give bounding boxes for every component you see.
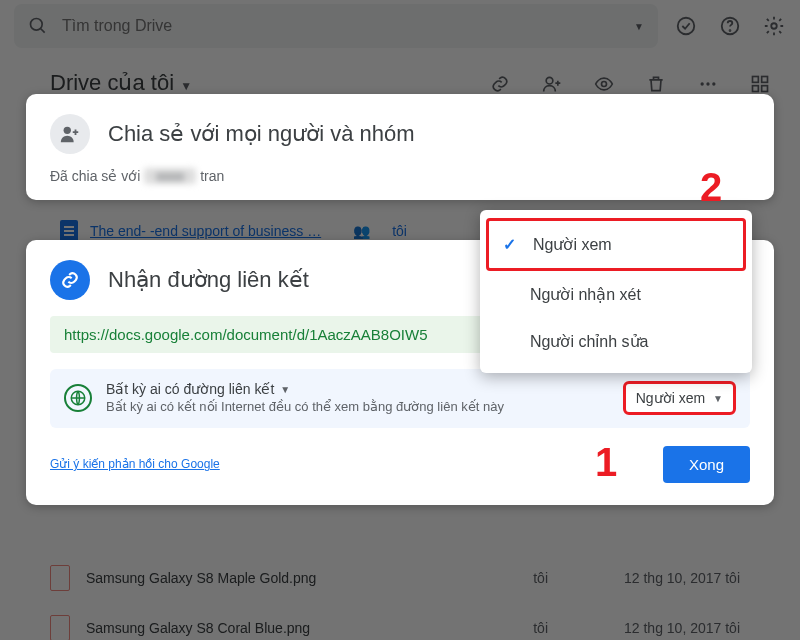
chevron-down-icon: ▼ xyxy=(713,393,723,404)
shared-with-text: Đã chia sẻ với xxxx tran xyxy=(50,168,750,184)
share-title: Chia sẻ với mọi người và nhóm xyxy=(108,121,415,147)
share-people-card: Chia sẻ với mọi người và nhóm Đã chia sẻ… xyxy=(26,94,774,200)
annotation-1: 1 xyxy=(595,440,617,485)
svg-point-15 xyxy=(64,127,71,134)
link-access-row: Bất kỳ ai có đường liên kết▼ Bất kỳ ai c… xyxy=(50,369,750,428)
globe-icon xyxy=(64,384,92,412)
role-option-editor[interactable]: Người chỉnh sửa xyxy=(480,318,752,365)
role-menu: Người xem Người nhận xét Người chỉnh sửa xyxy=(480,210,752,373)
feedback-link[interactable]: Gửi ý kiến phản hồi cho Google xyxy=(50,457,220,471)
chevron-down-icon: ▼ xyxy=(280,384,290,395)
access-scope-button[interactable]: Bất kỳ ai có đường liên kết▼ xyxy=(106,381,609,397)
person-add-icon xyxy=(50,114,90,154)
role-option-viewer[interactable]: Người xem xyxy=(486,218,746,271)
annotation-2: 2 xyxy=(700,165,722,210)
link-icon xyxy=(50,260,90,300)
role-option-commenter[interactable]: Người nhận xét xyxy=(480,271,752,318)
get-link-title: Nhận đường liên kết xyxy=(108,267,309,293)
role-dropdown-button[interactable]: Người xem▼ xyxy=(623,381,736,415)
done-button[interactable]: Xong xyxy=(663,446,750,483)
access-description: Bất kỳ ai có kết nối Internet đều có thể… xyxy=(106,399,566,416)
